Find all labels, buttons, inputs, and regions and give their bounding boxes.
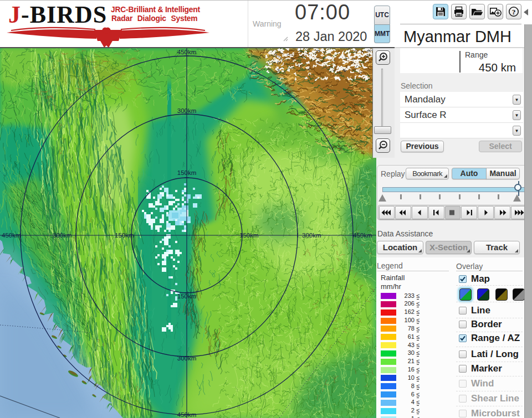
svg-text:150km: 150km [239, 232, 259, 239]
svg-text:450km: 450km [353, 232, 372, 239]
svg-text:150km: 150km [115, 232, 134, 239]
svg-text:300km: 300km [53, 232, 72, 239]
svg-text:450km: 450km [2, 232, 21, 239]
svg-text:150km: 150km [177, 169, 197, 176]
svg-text:300km: 300km [177, 107, 197, 114]
svg-text:300km: 300km [302, 232, 321, 239]
svg-text:150km: 150km [177, 293, 197, 300]
svg-text:?: ? [512, 8, 516, 16]
svg-text:450km: 450km [177, 411, 197, 418]
svg-text:450km: 450km [177, 49, 197, 55]
svg-text:300km: 300km [177, 355, 197, 362]
